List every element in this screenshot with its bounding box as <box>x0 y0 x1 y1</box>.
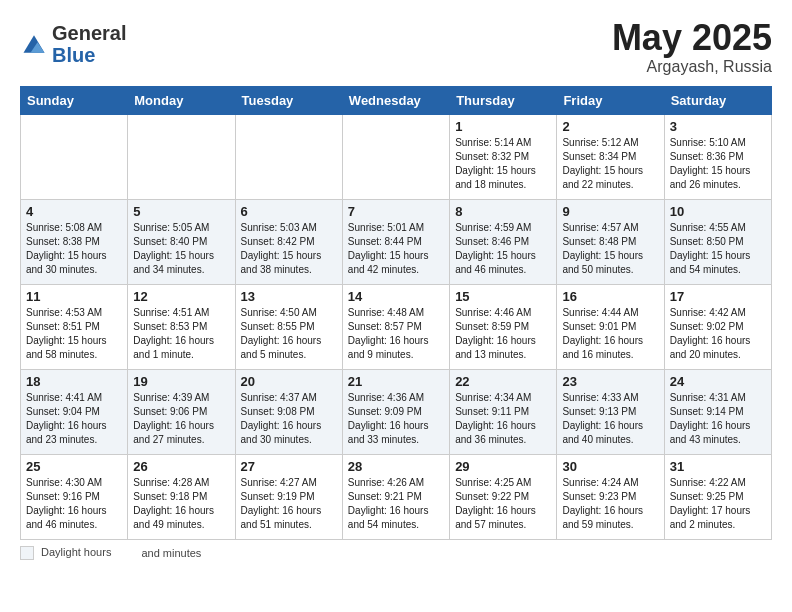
location: Argayash, Russia <box>612 58 772 76</box>
calendar-week-4: 18Sunrise: 4:41 AM Sunset: 9:04 PM Dayli… <box>21 369 772 454</box>
col-friday: Friday <box>557 86 664 114</box>
legend-minutes: and minutes <box>141 547 201 559</box>
calendar-cell: 21Sunrise: 4:36 AM Sunset: 9:09 PM Dayli… <box>342 369 449 454</box>
logo: General Blue <box>20 22 126 66</box>
day-info: Sunrise: 4:30 AM Sunset: 9:16 PM Dayligh… <box>26 476 122 532</box>
calendar-cell: 27Sunrise: 4:27 AM Sunset: 9:19 PM Dayli… <box>235 454 342 539</box>
day-number: 21 <box>348 374 444 389</box>
day-number: 4 <box>26 204 122 219</box>
calendar-cell: 8Sunrise: 4:59 AM Sunset: 8:46 PM Daylig… <box>450 199 557 284</box>
day-info: Sunrise: 4:42 AM Sunset: 9:02 PM Dayligh… <box>670 306 766 362</box>
day-info: Sunrise: 4:33 AM Sunset: 9:13 PM Dayligh… <box>562 391 658 447</box>
calendar-cell <box>128 114 235 199</box>
calendar-cell: 25Sunrise: 4:30 AM Sunset: 9:16 PM Dayli… <box>21 454 128 539</box>
calendar-cell: 29Sunrise: 4:25 AM Sunset: 9:22 PM Dayli… <box>450 454 557 539</box>
day-number: 18 <box>26 374 122 389</box>
day-number: 5 <box>133 204 229 219</box>
logo-blue: Blue <box>52 44 126 66</box>
calendar-cell <box>235 114 342 199</box>
day-info: Sunrise: 4:39 AM Sunset: 9:06 PM Dayligh… <box>133 391 229 447</box>
month-title: May 2025 <box>612 18 772 58</box>
calendar-cell: 20Sunrise: 4:37 AM Sunset: 9:08 PM Dayli… <box>235 369 342 454</box>
calendar-cell: 26Sunrise: 4:28 AM Sunset: 9:18 PM Dayli… <box>128 454 235 539</box>
day-info: Sunrise: 4:27 AM Sunset: 9:19 PM Dayligh… <box>241 476 337 532</box>
calendar-cell: 7Sunrise: 5:01 AM Sunset: 8:44 PM Daylig… <box>342 199 449 284</box>
day-number: 15 <box>455 289 551 304</box>
day-info: Sunrise: 4:46 AM Sunset: 8:59 PM Dayligh… <box>455 306 551 362</box>
calendar-cell: 5Sunrise: 5:05 AM Sunset: 8:40 PM Daylig… <box>128 199 235 284</box>
day-number: 7 <box>348 204 444 219</box>
calendar-cell: 9Sunrise: 4:57 AM Sunset: 8:48 PM Daylig… <box>557 199 664 284</box>
day-info: Sunrise: 5:01 AM Sunset: 8:44 PM Dayligh… <box>348 221 444 277</box>
day-info: Sunrise: 5:08 AM Sunset: 8:38 PM Dayligh… <box>26 221 122 277</box>
calendar-week-5: 25Sunrise: 4:30 AM Sunset: 9:16 PM Dayli… <box>21 454 772 539</box>
day-number: 19 <box>133 374 229 389</box>
day-number: 27 <box>241 459 337 474</box>
calendar-cell: 22Sunrise: 4:34 AM Sunset: 9:11 PM Dayli… <box>450 369 557 454</box>
day-info: Sunrise: 4:37 AM Sunset: 9:08 PM Dayligh… <box>241 391 337 447</box>
logo-text: General Blue <box>52 22 126 66</box>
day-number: 28 <box>348 459 444 474</box>
col-monday: Monday <box>128 86 235 114</box>
day-number: 10 <box>670 204 766 219</box>
day-info: Sunrise: 4:28 AM Sunset: 9:18 PM Dayligh… <box>133 476 229 532</box>
day-number: 14 <box>348 289 444 304</box>
calendar-cell: 1Sunrise: 5:14 AM Sunset: 8:32 PM Daylig… <box>450 114 557 199</box>
day-info: Sunrise: 4:44 AM Sunset: 9:01 PM Dayligh… <box>562 306 658 362</box>
day-number: 31 <box>670 459 766 474</box>
day-number: 3 <box>670 119 766 134</box>
calendar-week-2: 4Sunrise: 5:08 AM Sunset: 8:38 PM Daylig… <box>21 199 772 284</box>
day-number: 1 <box>455 119 551 134</box>
day-info: Sunrise: 4:36 AM Sunset: 9:09 PM Dayligh… <box>348 391 444 447</box>
calendar-cell: 14Sunrise: 4:48 AM Sunset: 8:57 PM Dayli… <box>342 284 449 369</box>
col-tuesday: Tuesday <box>235 86 342 114</box>
day-number: 12 <box>133 289 229 304</box>
day-info: Sunrise: 4:31 AM Sunset: 9:14 PM Dayligh… <box>670 391 766 447</box>
calendar-cell: 17Sunrise: 4:42 AM Sunset: 9:02 PM Dayli… <box>664 284 771 369</box>
day-info: Sunrise: 4:26 AM Sunset: 9:21 PM Dayligh… <box>348 476 444 532</box>
calendar-cell: 2Sunrise: 5:12 AM Sunset: 8:34 PM Daylig… <box>557 114 664 199</box>
col-thursday: Thursday <box>450 86 557 114</box>
day-info: Sunrise: 5:03 AM Sunset: 8:42 PM Dayligh… <box>241 221 337 277</box>
calendar-table: Sunday Monday Tuesday Wednesday Thursday… <box>20 86 772 540</box>
legend: Daylight hours and minutes <box>20 546 772 560</box>
calendar-week-3: 11Sunrise: 4:53 AM Sunset: 8:51 PM Dayli… <box>21 284 772 369</box>
day-info: Sunrise: 5:12 AM Sunset: 8:34 PM Dayligh… <box>562 136 658 192</box>
calendar-cell: 23Sunrise: 4:33 AM Sunset: 9:13 PM Dayli… <box>557 369 664 454</box>
calendar-cell: 19Sunrise: 4:39 AM Sunset: 9:06 PM Dayli… <box>128 369 235 454</box>
day-number: 16 <box>562 289 658 304</box>
calendar-cell: 13Sunrise: 4:50 AM Sunset: 8:55 PM Dayli… <box>235 284 342 369</box>
day-info: Sunrise: 4:53 AM Sunset: 8:51 PM Dayligh… <box>26 306 122 362</box>
day-info: Sunrise: 4:51 AM Sunset: 8:53 PM Dayligh… <box>133 306 229 362</box>
day-number: 22 <box>455 374 551 389</box>
day-number: 20 <box>241 374 337 389</box>
day-info: Sunrise: 5:10 AM Sunset: 8:36 PM Dayligh… <box>670 136 766 192</box>
logo-icon <box>20 30 48 58</box>
day-number: 29 <box>455 459 551 474</box>
day-number: 13 <box>241 289 337 304</box>
calendar-cell: 24Sunrise: 4:31 AM Sunset: 9:14 PM Dayli… <box>664 369 771 454</box>
legend-box <box>20 546 34 560</box>
calendar-cell: 18Sunrise: 4:41 AM Sunset: 9:04 PM Dayli… <box>21 369 128 454</box>
day-number: 8 <box>455 204 551 219</box>
day-number: 24 <box>670 374 766 389</box>
calendar-cell: 12Sunrise: 4:51 AM Sunset: 8:53 PM Dayli… <box>128 284 235 369</box>
day-number: 25 <box>26 459 122 474</box>
day-info: Sunrise: 4:41 AM Sunset: 9:04 PM Dayligh… <box>26 391 122 447</box>
day-info: Sunrise: 4:25 AM Sunset: 9:22 PM Dayligh… <box>455 476 551 532</box>
day-info: Sunrise: 5:05 AM Sunset: 8:40 PM Dayligh… <box>133 221 229 277</box>
day-info: Sunrise: 5:14 AM Sunset: 8:32 PM Dayligh… <box>455 136 551 192</box>
calendar-cell <box>342 114 449 199</box>
day-info: Sunrise: 4:22 AM Sunset: 9:25 PM Dayligh… <box>670 476 766 532</box>
calendar-week-1: 1Sunrise: 5:14 AM Sunset: 8:32 PM Daylig… <box>21 114 772 199</box>
calendar-cell: 6Sunrise: 5:03 AM Sunset: 8:42 PM Daylig… <box>235 199 342 284</box>
calendar-cell: 31Sunrise: 4:22 AM Sunset: 9:25 PM Dayli… <box>664 454 771 539</box>
day-info: Sunrise: 4:34 AM Sunset: 9:11 PM Dayligh… <box>455 391 551 447</box>
day-info: Sunrise: 4:57 AM Sunset: 8:48 PM Dayligh… <box>562 221 658 277</box>
calendar-cell: 10Sunrise: 4:55 AM Sunset: 8:50 PM Dayli… <box>664 199 771 284</box>
day-info: Sunrise: 4:55 AM Sunset: 8:50 PM Dayligh… <box>670 221 766 277</box>
day-info: Sunrise: 4:24 AM Sunset: 9:23 PM Dayligh… <box>562 476 658 532</box>
title-block: May 2025 Argayash, Russia <box>612 18 772 76</box>
day-number: 2 <box>562 119 658 134</box>
day-info: Sunrise: 4:48 AM Sunset: 8:57 PM Dayligh… <box>348 306 444 362</box>
